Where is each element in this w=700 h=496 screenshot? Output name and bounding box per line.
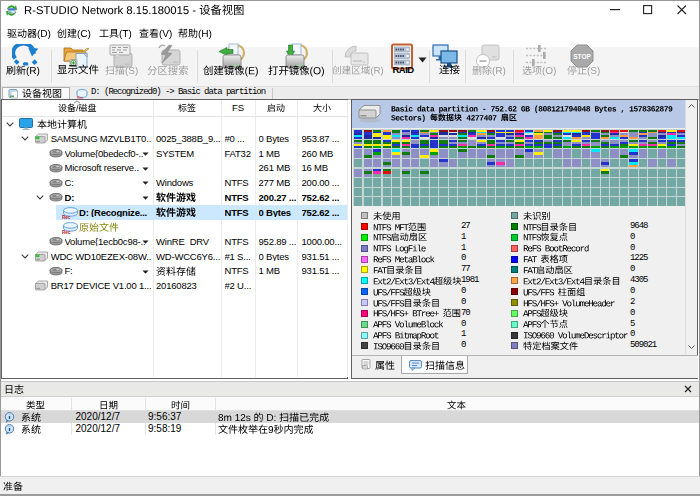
svg-text:STOP: STOP: [573, 53, 591, 60]
svg-text:Rec: Rec: [62, 229, 71, 234]
svg-text:Rec: Rec: [77, 95, 83, 99]
svg-text:Rec: Rec: [62, 215, 71, 220]
